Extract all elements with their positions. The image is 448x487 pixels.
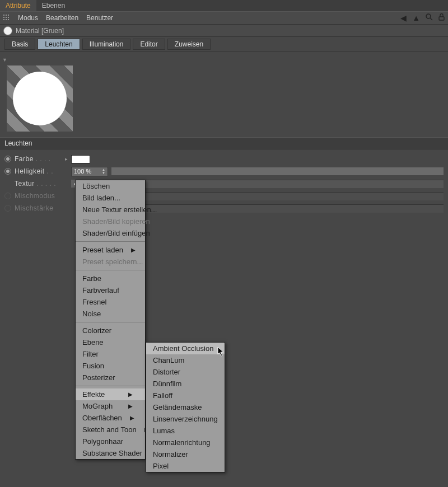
- tab-attribute[interactable]: Attribute: [0, 0, 36, 11]
- svg-rect-11: [439, 17, 444, 20]
- tab-editor[interactable]: Editor: [133, 39, 165, 50]
- menu-item[interactable]: ChanLum: [146, 354, 225, 366]
- chevron-right-icon: ▶: [128, 391, 133, 397]
- menu-item[interactable]: Posterizer: [76, 372, 145, 383]
- farbe-radio[interactable]: [4, 156, 11, 162]
- menu-item[interactable]: Substance Shader: [76, 447, 145, 459]
- svg-rect-6: [3, 19, 4, 20]
- menu-item[interactable]: Filter: [76, 348, 145, 360]
- farbe-label: Farbe . . . .: [15, 155, 62, 163]
- menu-item-label: Effekte: [82, 390, 105, 399]
- tab-zuweisen[interactable]: Zuweisen: [167, 39, 211, 50]
- menu-item: Preset speichern...: [76, 256, 145, 268]
- menu-item[interactable]: Bild laden...: [76, 192, 145, 204]
- panel-tabs: Attribute Ebenen: [0, 0, 448, 11]
- preview-area: ▼: [0, 52, 448, 137]
- menu-item-label: Normalenrichtung: [153, 438, 211, 447]
- param-mischmodus: Mischmodus ▸ ▸: [4, 190, 444, 202]
- menu-separator: [76, 270, 145, 270]
- menu-item-label: Sketch and Toon: [82, 425, 137, 434]
- menu-item-label: Substance Shader: [82, 449, 142, 457]
- menu-item[interactable]: Ebene: [76, 336, 145, 348]
- svg-rect-7: [6, 19, 7, 20]
- menu-item-label: Filter: [82, 350, 99, 358]
- menu-item[interactable]: Preset laden▶: [76, 244, 145, 256]
- tab-ebenen[interactable]: Ebenen: [36, 0, 71, 11]
- material-preview[interactable]: [7, 65, 73, 132]
- menu-item[interactable]: Dünnfilm: [146, 378, 225, 390]
- tab-illumination[interactable]: Illumination: [82, 39, 131, 50]
- menu-item[interactable]: Fusion: [76, 360, 145, 372]
- menu-item[interactable]: Ambient Occlusion: [146, 343, 225, 354]
- effekte-submenu: Ambient OcclusionChanLumDistorterDünnfil…: [146, 342, 225, 472]
- menu-item-label: Falloff: [153, 391, 172, 400]
- menu-item[interactable]: Distorter: [146, 366, 225, 378]
- menu-item[interactable]: Oberflächen▶: [76, 412, 145, 424]
- nav-up-icon[interactable]: ▲: [412, 13, 420, 22]
- menu-item[interactable]: MoGraph▶: [76, 400, 145, 412]
- farbe-swatch[interactable]: [71, 155, 90, 163]
- menu-item-label: Polygonhaar: [82, 437, 123, 446]
- menu-item-label: Preset speichern...: [82, 257, 143, 266]
- helligkeit-slider[interactable]: [111, 167, 444, 175]
- params: Farbe . . . . ▸ Helligkeit . . ▸ 100 % ▲…: [0, 149, 448, 218]
- menu-item[interactable]: Farbe: [76, 273, 145, 284]
- menu-item[interactable]: Normalenrichtung: [146, 437, 225, 448]
- menu-item-label: Fusion: [82, 362, 104, 370]
- menu-item-label: Oberflächen: [82, 414, 122, 422]
- menu-item-label: Farbe: [82, 274, 101, 283]
- menu-item-label: Noise: [82, 310, 101, 318]
- toolbar: Modus Bearbeiten Benutzer ◀ ▲: [0, 11, 448, 25]
- menu-benutzer[interactable]: Benutzer: [86, 14, 113, 22]
- collapse-icon[interactable]: ▼: [2, 57, 7, 63]
- svg-rect-4: [6, 17, 7, 18]
- menu-item[interactable]: Linsenverzeichnung: [146, 413, 225, 425]
- helligkeit-radio[interactable]: [4, 168, 11, 175]
- menu-separator: [76, 386, 145, 386]
- section-header: Leuchten: [0, 137, 448, 149]
- menu-item[interactable]: Pixel: [146, 460, 225, 472]
- menu-bearbeiten[interactable]: Bearbeiten: [46, 14, 78, 22]
- svg-rect-2: [8, 15, 9, 16]
- menu-item[interactable]: Normalizer: [146, 448, 225, 460]
- menu-modus[interactable]: Modus: [18, 14, 38, 22]
- mischstaerke-radio: [4, 205, 11, 212]
- lock-icon[interactable]: [438, 13, 445, 22]
- grid-icon[interactable]: [3, 15, 10, 21]
- menu-item[interactable]: Farbverlauf: [76, 284, 145, 296]
- menu-item-label: ChanLum: [153, 356, 184, 364]
- channel-tabs: Basis Leuchten Illumination Editor Zuwei…: [0, 37, 448, 52]
- svg-rect-3: [3, 17, 4, 18]
- material-icon: [3, 26, 12, 35]
- menu-item-label: Linsenverzeichnung: [153, 415, 218, 423]
- param-farbe: Farbe . . . . ▸: [4, 153, 444, 165]
- chevron-right-icon[interactable]: ▸: [65, 156, 68, 162]
- menu-item[interactable]: Falloff: [146, 390, 225, 401]
- menu-separator: [76, 241, 145, 242]
- helligkeit-input[interactable]: 100 % ▲▼: [71, 167, 108, 176]
- menu-item[interactable]: Neue Textur erstellen...: [76, 204, 145, 216]
- menu-item[interactable]: Lumas: [146, 425, 225, 437]
- menu-item[interactable]: Geländemaske: [146, 401, 225, 413]
- menu-item[interactable]: Shader/Bild einfügen: [76, 227, 145, 239]
- menu-item[interactable]: Fresnel: [76, 296, 145, 308]
- chevron-right-icon: ▶: [130, 415, 134, 421]
- menu-item-label: Farbverlauf: [82, 286, 119, 294]
- menu-item[interactable]: Löschen: [76, 180, 145, 192]
- tab-leuchten[interactable]: Leuchten: [38, 39, 80, 50]
- nav-back-icon[interactable]: ◀: [400, 13, 407, 22]
- menu-item-label: Preset laden: [82, 246, 123, 254]
- menu-item[interactable]: Colorizer: [76, 325, 145, 336]
- tab-basis[interactable]: Basis: [4, 39, 35, 50]
- chevron-right-icon: ▶: [128, 403, 133, 409]
- menu-item[interactable]: Noise: [76, 308, 145, 320]
- menu-item[interactable]: Sketch and Toon▶: [76, 424, 145, 436]
- menu-item[interactable]: Effekte▶: [76, 388, 145, 400]
- mischmodus-radio: [4, 193, 11, 199]
- menu-item[interactable]: Polygonhaar: [76, 436, 145, 447]
- menu-item-label: Lumas: [153, 427, 175, 435]
- search-icon[interactable]: [426, 13, 433, 22]
- menu-item-label: Bild laden...: [82, 194, 120, 202]
- menu-item-label: Löschen: [82, 182, 110, 190]
- menu-item-label: Neue Textur erstellen...: [82, 205, 157, 214]
